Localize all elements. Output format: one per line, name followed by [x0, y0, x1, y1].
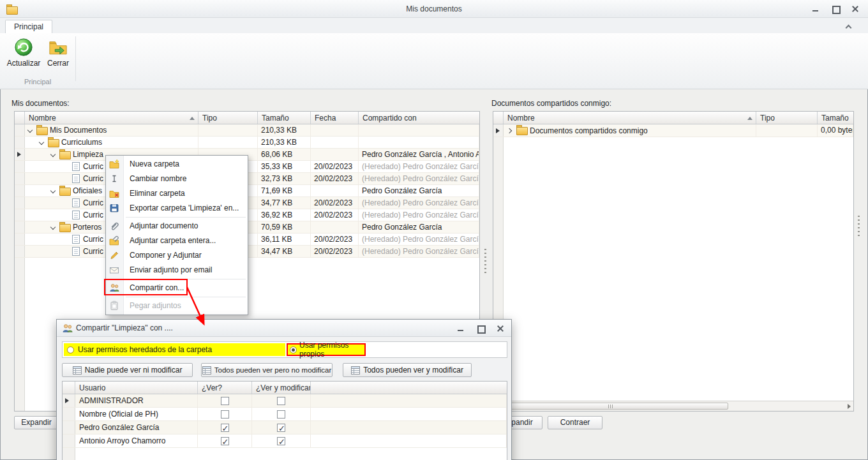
menu-item-nueva-carpeta[interactable]: Nueva carpeta [106, 157, 248, 172]
user-row[interactable]: Antonio Arroyo Chamorro [63, 434, 507, 448]
cell-compartido: Pedro González García [359, 221, 479, 233]
close-icon[interactable] [494, 323, 507, 334]
column-header-tipo[interactable]: Tipo [198, 112, 258, 124]
cell-compartido: (Heredado) Pedro González García [359, 246, 479, 257]
titlebar: Mis documentos [0, 0, 868, 18]
new-folder-icon [109, 159, 120, 170]
column-header-usuario[interactable]: Usuario [75, 382, 198, 394]
collapse-chevron-icon[interactable] [50, 225, 56, 230]
scroll-right-icon[interactable] [848, 404, 851, 409]
checkbox-modificar[interactable] [277, 437, 285, 445]
menu-item-enviar-email[interactable]: Enviar adjunto por email [106, 263, 248, 278]
cell-fecha: 20/02/2023 [311, 161, 359, 172]
collapse-chevron-icon[interactable] [50, 152, 56, 158]
collapse-chevron-icon[interactable] [50, 188, 56, 194]
radio-icon[interactable] [67, 346, 74, 353]
sort-asc-icon [190, 117, 195, 120]
checkbox-modificar[interactable] [277, 397, 285, 405]
users-grid: Usuario ¿Ver? ¿Ver y modificar? ADMINIST… [62, 381, 507, 460]
expandir-button-left[interactable]: Expandir [14, 416, 59, 429]
share-people-icon [62, 323, 73, 334]
scrollbar-thumb[interactable] [495, 403, 728, 410]
tree-row-selected[interactable]: Documentos compartidos conmigo 0,00 byte… [493, 124, 853, 137]
preset-ver-y-modificar-button[interactable]: Todos pueden ver y modificar [343, 363, 472, 377]
horizontal-scrollbar[interactable] [493, 401, 853, 411]
user-row[interactable]: Nombre (Oficial de PH) [63, 408, 507, 421]
menu-item-eliminar-carpeta[interactable]: Eliminar carpeta [106, 186, 248, 201]
cell-fecha [311, 185, 359, 197]
radio-icon[interactable] [290, 346, 297, 353]
restore-icon[interactable] [474, 323, 487, 334]
row-indicator [15, 124, 25, 136]
window-buttons [809, 4, 862, 14]
cell-modificar [252, 434, 311, 447]
grid-header: Nombre Tipo Tamaño [493, 112, 853, 124]
list-icon [73, 366, 82, 375]
checkbox-ver[interactable] [221, 437, 229, 445]
cell-tamano: 0,00 bytes [818, 124, 853, 137]
right-splitter[interactable] [858, 216, 860, 239]
user-row[interactable]: ADMINISTRADOR [63, 394, 507, 408]
attach-folder-icon [109, 235, 120, 246]
checkbox-ver[interactable] [221, 397, 229, 405]
folder-icon [36, 127, 47, 134]
collapse-chevron-icon[interactable] [27, 128, 33, 133]
column-header-ver[interactable]: ¿Ver? [198, 382, 252, 394]
column-header-tamano[interactable]: Tamaño [258, 112, 311, 124]
cell-ver [198, 394, 252, 407]
panel-splitter[interactable] [484, 249, 486, 276]
radio-permisos-heredados[interactable]: Usar permisos heredados de la carpeta [64, 343, 285, 356]
row-indicator [15, 197, 25, 209]
folder-icon [59, 224, 70, 231]
cell-usuario: Pedro González García [75, 421, 198, 434]
collapse-chevron-icon[interactable] [39, 140, 45, 145]
checkbox-ver[interactable] [221, 424, 229, 432]
actualizar-button[interactable]: Actualizar [6, 36, 41, 80]
minimize-icon[interactable] [809, 4, 822, 14]
checkbox-ver[interactable] [221, 410, 229, 419]
close-icon[interactable] [849, 4, 862, 14]
menu-item-adjuntar-documento[interactable]: Adjuntar documento [106, 219, 248, 234]
checkbox-modificar[interactable] [277, 410, 285, 419]
menu-item-componer-adjuntar[interactable]: Componer y Adjuntar [106, 248, 248, 263]
expand-chevron-icon[interactable] [507, 128, 513, 133]
column-header-compartido[interactable]: Compartido con [359, 112, 479, 124]
column-header-filler [311, 382, 507, 394]
menu-item-adjuntar-carpeta[interactable]: Adjuntar carpeta entera... [106, 234, 248, 248]
contraer-button-right[interactable]: Contraer [548, 416, 602, 429]
cell-tamano: 36,11 KB [258, 234, 311, 245]
column-header-tipo[interactable]: Tipo [756, 112, 818, 124]
column-header-modificar[interactable]: ¿Ver y modificar? [252, 382, 311, 394]
menu-item-cambiar-nombre[interactable]: Cambiar nombre [106, 172, 248, 186]
preset-nadie-button[interactable]: Nadie puede ver ni modificar [62, 363, 193, 377]
user-row[interactable]: Pedro González García [63, 421, 507, 434]
ribbon-collapse-icon[interactable] [845, 24, 851, 29]
tab-principal[interactable]: Principal [5, 20, 52, 33]
cell-tamano: 32,73 KB [258, 173, 311, 184]
document-icon [72, 211, 80, 219]
cell-tamano: 68,06 KB [258, 149, 311, 160]
tree-row[interactable]: Curriculums 210,33 KB [15, 137, 479, 149]
row-indicator-current [63, 394, 75, 407]
email-icon [109, 265, 120, 276]
left-panel-label: Mis documentos: [11, 99, 70, 108]
actualizar-label: Actualizar [7, 59, 41, 68]
preset-ver-no-modificar-button[interactable]: Todos pueden ver pero no modificar [201, 363, 333, 377]
row-indicator [15, 185, 25, 197]
menu-item-exportar-carpeta[interactable]: Exportar carpeta 'Limpieza' en... [106, 201, 248, 216]
checkbox-modificar[interactable] [277, 424, 285, 432]
row-indicator [15, 161, 25, 172]
radio-permisos-propios-annotated[interactable]: Usar permisos propios [287, 343, 366, 356]
column-header-tamano[interactable]: Tamaño [818, 112, 853, 124]
column-header-nombre[interactable]: Nombre [504, 112, 756, 124]
cell-fecha [311, 221, 359, 233]
column-header-fecha[interactable]: Fecha [311, 112, 359, 124]
column-header-nombre[interactable]: Nombre [25, 112, 198, 124]
tree-row[interactable]: Mis Documentos 210,33 KB [15, 124, 479, 137]
cell-ver [198, 434, 252, 447]
maximize-icon[interactable] [829, 4, 842, 14]
compose-icon [109, 250, 120, 261]
cerrar-button[interactable]: Cerrar [41, 36, 75, 80]
close-folder-icon [49, 38, 68, 57]
minimize-icon[interactable] [454, 323, 467, 334]
